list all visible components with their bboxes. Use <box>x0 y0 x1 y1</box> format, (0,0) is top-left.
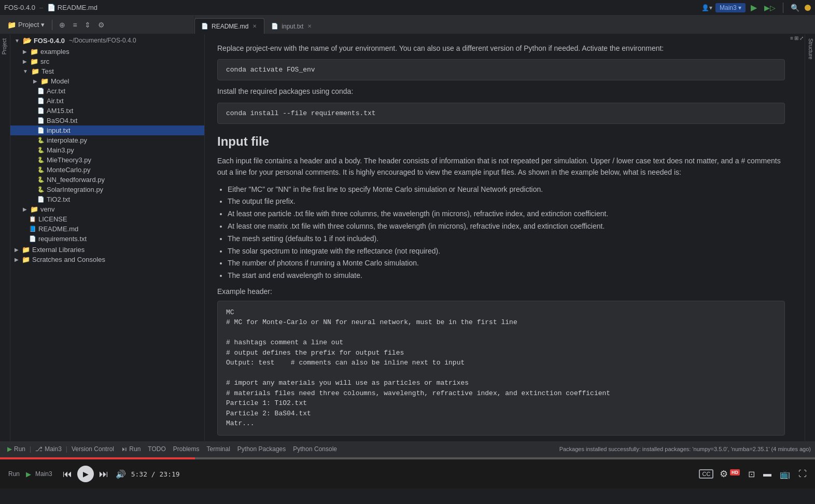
sidebar-item-am15[interactable]: 📄 AM15.txt <box>10 106 204 116</box>
sidebar-item-mietheory[interactable]: 🐍 MieTheory3.py <box>10 155 204 165</box>
python-console-item[interactable]: Python Console <box>290 444 340 454</box>
list-item-8: The start and end wavelength to simulate… <box>228 270 785 282</box>
sidebar-item-montecarlo[interactable]: 🐍 MonteCarlo.py <box>10 165 204 175</box>
settings-button[interactable]: ⚙ <box>95 19 107 31</box>
install-paragraph: Install the required packages using cond… <box>217 86 785 97</box>
sidebar-item-input[interactable]: 📄 input.txt <box>10 125 204 135</box>
python-packages-item[interactable]: Python Packages <box>234 444 289 454</box>
readme-label: README.md <box>38 225 78 233</box>
model-label: Model <box>51 77 69 85</box>
venv-arrow: ▶ <box>23 206 27 212</box>
mietheory-label: MieTheory3.py <box>47 156 91 164</box>
video-run-icon: ▶ <box>26 470 31 478</box>
add-file-button[interactable]: ⊕ <box>57 19 68 31</box>
video-miniplayer-button[interactable]: ⊡ <box>746 467 757 481</box>
title-bar: FOS-0.4.0 – 📄 README.md 👤▾ Main3 ▾ ▶ ▶▷ … <box>0 0 815 16</box>
video-next-button[interactable]: ⏭ <box>97 467 110 482</box>
right-edge-panel: Structure <box>805 34 815 441</box>
sidebar-item-tio2[interactable]: 📄 TiO2.txt <box>10 194 204 204</box>
tab-readme[interactable]: 📄 README.md ✕ <box>194 18 264 34</box>
root-folder-label: FOS-0.4.0 <box>34 37 65 45</box>
search-button[interactable]: 🔍 <box>789 3 802 13</box>
branch-status-item[interactable]: ⎇ Main3 <box>32 444 65 454</box>
video-cc-button[interactable]: CC <box>699 469 713 479</box>
sidebar-item-requirements[interactable]: 📄 requirements.txt <box>10 234 204 244</box>
video-time: 5:32 / 23:19 <box>131 470 180 478</box>
mietheory-icon: 🐍 <box>37 157 45 163</box>
coverage-button[interactable]: ▶▷ <box>762 3 778 13</box>
sidebar-item-model[interactable]: ▶ 📁 Model <box>10 76 204 86</box>
sidebar-item-acr[interactable]: 📄 Acr.txt <box>10 86 204 96</box>
terminal-label: Terminal <box>207 445 230 453</box>
status-bar: ▶ Run | ⎇ Main3 | Version Control ⏯ Run … <box>0 441 815 456</box>
video-volume-button[interactable]: 🔊 <box>114 467 128 481</box>
collapse-all-button[interactable]: ≡ <box>70 19 79 31</box>
sidebar-item-main3[interactable]: 🐍 Main3.py <box>10 145 204 155</box>
expand-icon[interactable]: ⤢ <box>799 35 804 41</box>
video-prev-button[interactable]: ⏮ <box>61 467 74 482</box>
video-theater-button[interactable]: ▬ <box>761 467 774 481</box>
title-file-name: 📄 README.md <box>47 4 97 11</box>
sidebar-item-interpolate[interactable]: 🐍 interpolate.py <box>10 135 204 145</box>
video-play-button[interactable]: ▶ <box>77 466 94 482</box>
readme-content[interactable]: Replace project-env with the name of you… <box>205 34 797 441</box>
run-button[interactable]: ▶ <box>749 2 759 13</box>
sidebar-item-readme[interactable]: 📘 README.md <box>10 224 204 234</box>
sidebar-item-air[interactable]: 📄 Air.txt <box>10 96 204 106</box>
sidebar-item-scratches[interactable]: ▶ 📁 Scratches and Consoles <box>10 255 204 264</box>
list-item-5: The mesh setting (defaults to 1 if not i… <box>228 233 785 245</box>
left-edge-panel: Project <box>0 34 10 441</box>
sidebar-item-solar[interactable]: 🐍 SolarIntegration.py <box>10 185 204 194</box>
video-fullscreen-button[interactable]: ⛶ <box>796 467 809 481</box>
baso4-label: BaSO4.txt <box>47 117 77 124</box>
run-btn-status[interactable]: ⏯ Run <box>118 444 144 454</box>
sidebar-item-src[interactable]: ▶ 📁 src <box>10 57 204 66</box>
sidebar-item-examples[interactable]: ▶ 📁 examples <box>10 47 204 57</box>
examples-label: examples <box>40 48 69 55</box>
readme-icon: 📘 <box>29 226 36 232</box>
venv-label: venv <box>40 205 54 213</box>
structure-panel-label[interactable]: Structure <box>805 34 815 64</box>
sort-button[interactable]: ⇕ <box>82 19 93 31</box>
video-progress-bar[interactable] <box>0 457 815 459</box>
todo-item[interactable]: TODO <box>145 444 168 454</box>
run-config-button[interactable]: Main3 ▾ <box>715 3 746 12</box>
acr-icon: 📄 <box>37 88 45 94</box>
version-control-item[interactable]: Version Control <box>68 444 117 454</box>
list-view-icon[interactable]: ≡ <box>790 35 793 41</box>
project-panel-label[interactable]: Project <box>0 34 10 59</box>
tab-readme-close[interactable]: ✕ <box>251 23 258 30</box>
project-dropdown[interactable]: 📁 Project ▾ <box>4 19 48 31</box>
intro-paragraph: Replace project-env with the name of you… <box>217 43 785 54</box>
video-controls: Run ▶ Main3 ⏮ ▶ ⏭ 🔊 5:32 / 23:19 CC ⚙ HD <box>0 459 815 488</box>
baso4-icon: 📄 <box>37 117 45 124</box>
hd-badge: HD <box>730 469 740 475</box>
inner-layout: ▼ 📂 FOS-0.4.0 ~/Documents/FOS-0.4.0 ▶ 📁 … <box>10 34 805 441</box>
external-label: External Libraries <box>32 246 85 254</box>
problems-item[interactable]: Problems <box>170 444 203 454</box>
video-cast-button[interactable]: 📺 <box>778 467 792 481</box>
tab-input[interactable]: 📄 input.txt ✕ <box>264 18 319 34</box>
terminal-item[interactable]: Terminal <box>204 444 233 454</box>
video-right-controls: CC ⚙ HD ⊡ ▬ 📺 ⛶ <box>699 466 809 482</box>
video-run-button[interactable]: Run <box>6 468 22 480</box>
python-console-label: Python Console <box>293 445 337 453</box>
profile-icon[interactable]: 👤▾ <box>701 4 712 11</box>
sidebar-root[interactable]: ▼ 📂 FOS-0.4.0 ~/Documents/FOS-0.4.0 <box>10 34 204 47</box>
sidebar-item-test[interactable]: ▼ 📁 Test <box>10 66 204 76</box>
tab-input-close[interactable]: ✕ <box>306 23 313 30</box>
example-code-block: MC # MC for Monte-Carlo or NN for neural… <box>217 301 785 436</box>
code-block-install: conda install --file requirements.txt <box>217 103 785 124</box>
sidebar-item-venv[interactable]: ▶ 📁 venv <box>10 204 204 214</box>
sidebar-item-external[interactable]: ▶ 📁 External Libraries <box>10 245 204 255</box>
sidebar-item-license[interactable]: 📋 LICENSE <box>10 214 204 224</box>
video-settings-button[interactable]: ⚙ <box>718 466 730 482</box>
sidebar-item-baso4[interactable]: 📄 BaSO4.txt <box>10 116 204 125</box>
main3-icon: 🐍 <box>37 147 45 153</box>
sidebar-item-nn[interactable]: 🐍 NN_feedforward.py <box>10 175 204 185</box>
nn-icon: 🐍 <box>37 176 45 183</box>
scrollbar-area[interactable]: ≡ ⊞ ⤢ <box>797 34 805 441</box>
grid-view-icon[interactable]: ⊞ <box>794 35 798 41</box>
run-status-item[interactable]: ▶ Run <box>4 444 29 454</box>
requirements-label: requirements.txt <box>38 235 87 243</box>
